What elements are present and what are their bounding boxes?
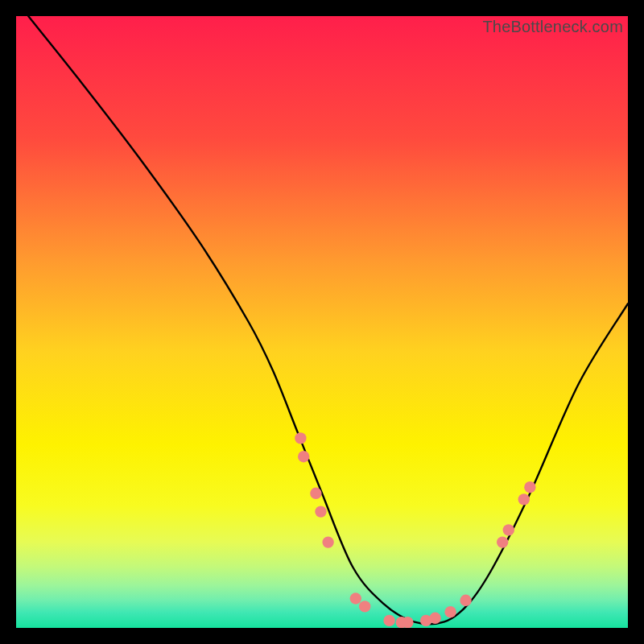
data-marker <box>524 481 535 493</box>
bottleneck-curve-svg <box>16 16 628 628</box>
data-marker <box>460 595 471 606</box>
data-marker <box>315 506 326 517</box>
bottleneck-curve-path <box>28 16 628 624</box>
data-marker <box>310 488 321 499</box>
data-marker <box>518 493 530 505</box>
data-marker <box>402 617 413 628</box>
data-marker <box>295 432 306 444</box>
data-marker <box>503 524 514 535</box>
chart-frame: TheBottleneck.com <box>16 16 628 628</box>
data-marker <box>298 451 309 462</box>
data-marker <box>429 613 440 624</box>
data-marker <box>383 615 394 626</box>
watermark-text: TheBottleneck.com <box>482 18 623 36</box>
data-markers-group <box>295 432 535 628</box>
data-marker <box>497 536 508 547</box>
data-marker <box>444 606 456 617</box>
data-marker <box>322 536 333 547</box>
data-marker <box>359 601 370 612</box>
data-marker <box>350 592 361 604</box>
